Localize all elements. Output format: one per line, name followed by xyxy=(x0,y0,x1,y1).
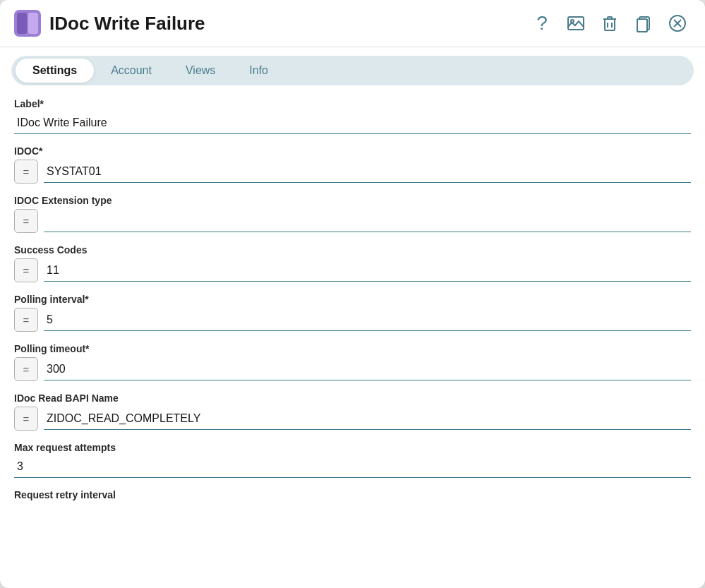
success-codes-field-group: Success Codes = xyxy=(14,244,691,282)
idoc-input[interactable] xyxy=(44,161,691,183)
window-title: IDoc Write Failure xyxy=(49,13,529,35)
success-codes-field-label: Success Codes xyxy=(14,244,691,256)
close-button[interactable] xyxy=(664,10,691,37)
polling-interval-input[interactable] xyxy=(44,309,691,331)
svg-rect-5 xyxy=(605,19,615,30)
tab-info[interactable]: Info xyxy=(232,59,285,83)
max-request-input[interactable] xyxy=(14,456,691,478)
idoc-extension-field-row: = xyxy=(14,209,691,233)
copy-button[interactable] xyxy=(630,10,657,37)
polling-timeout-field-label: Polling timeout* xyxy=(14,343,691,354)
idoc-extension-input[interactable] xyxy=(44,210,691,232)
svg-rect-9 xyxy=(637,19,647,32)
svg-rect-2 xyxy=(28,13,38,34)
polling-interval-equals-button[interactable]: = xyxy=(14,308,38,332)
toolbar: ? xyxy=(529,10,691,37)
polling-timeout-field-row: = xyxy=(14,357,691,381)
idoc-extension-equals-button[interactable]: = xyxy=(14,209,38,233)
title-bar: IDoc Write Failure ? xyxy=(0,0,705,47)
close-icon xyxy=(668,13,687,33)
polling-interval-field-group: Polling interval* = xyxy=(14,294,691,332)
tab-account[interactable]: Account xyxy=(94,59,169,83)
idoc-field-group: IDOC* = xyxy=(14,145,691,184)
success-codes-field-row: = xyxy=(14,258,691,282)
idoc-extension-field-label: IDOC Extension type xyxy=(14,195,691,206)
idoc-field-label: IDOC* xyxy=(14,145,691,157)
bapi-name-field-group: IDoc Read BAPI Name = xyxy=(14,392,691,431)
help-icon: ? xyxy=(536,12,548,35)
tabs-bar: Settings Account Views Info xyxy=(11,56,694,85)
tab-settings[interactable]: Settings xyxy=(16,59,94,83)
svg-rect-1 xyxy=(17,13,27,34)
label-field-group: Label* xyxy=(14,98,691,134)
main-window: IDoc Write Failure ? xyxy=(0,0,705,588)
bapi-name-input[interactable] xyxy=(44,408,691,430)
success-codes-equals-button[interactable]: = xyxy=(14,258,38,282)
screenshot-button[interactable] xyxy=(562,10,589,37)
settings-content: Label* IDOC* = IDOC Extension type = Suc… xyxy=(0,85,705,588)
copy-icon xyxy=(634,13,653,33)
label-input[interactable] xyxy=(14,112,691,134)
max-request-field-group: Max request attempts xyxy=(14,442,691,478)
trash-icon xyxy=(600,13,620,33)
polling-timeout-equals-button[interactable]: = xyxy=(14,357,38,381)
bapi-name-field-label: IDoc Read BAPI Name xyxy=(14,392,691,404)
tab-views[interactable]: Views xyxy=(169,59,232,83)
success-codes-input[interactable] xyxy=(44,260,691,282)
idoc-extension-field-group: IDOC Extension type = xyxy=(14,195,691,233)
polling-timeout-input[interactable] xyxy=(44,359,691,380)
polling-interval-field-label: Polling interval* xyxy=(14,294,691,305)
svg-point-4 xyxy=(571,20,574,23)
bapi-name-field-row: = xyxy=(14,407,691,431)
max-request-field-label: Max request attempts xyxy=(14,442,691,453)
retry-interval-field-group: Request retry interval xyxy=(14,489,691,500)
help-button[interactable]: ? xyxy=(529,10,555,37)
idoc-field-row: = xyxy=(14,160,691,184)
app-icon xyxy=(14,10,41,37)
label-field-label: Label* xyxy=(14,98,691,109)
retry-interval-field-label: Request retry interval xyxy=(14,489,691,500)
polling-timeout-field-group: Polling timeout* = xyxy=(14,343,691,381)
polling-interval-field-row: = xyxy=(14,308,691,332)
bapi-name-equals-button[interactable]: = xyxy=(14,407,38,431)
delete-button[interactable] xyxy=(596,10,623,37)
idoc-equals-button[interactable]: = xyxy=(14,160,38,184)
image-icon xyxy=(566,13,586,33)
